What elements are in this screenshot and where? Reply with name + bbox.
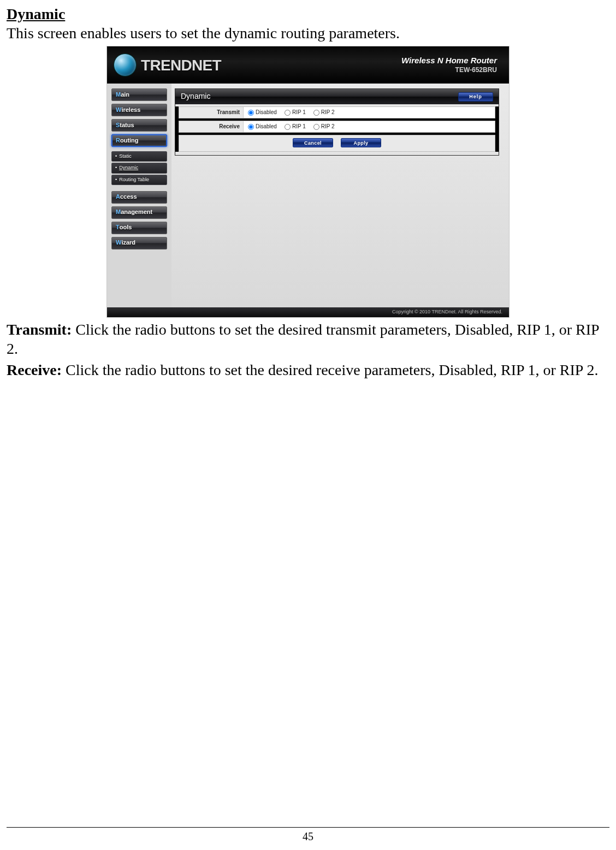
receive-rip2[interactable]: RIP 2 — [313, 123, 335, 130]
page-number: 45 — [7, 830, 609, 843]
ui-header: TRENDNET Wireless N Home Router TEW-652B… — [107, 46, 509, 84]
receive-rip1[interactable]: RIP 1 — [285, 123, 306, 130]
panel-body: Transmit Disabled RIP 1 RIP 2 Receive — [175, 106, 499, 152]
nav-routing[interactable]: Routing — [111, 134, 167, 147]
panel-dynamic: Dynamic Help Transmit Disabled RIP 1 RIP… — [175, 88, 499, 156]
router-identity: Wireless N Home Router TEW-652BRU — [401, 56, 497, 74]
cancel-button[interactable]: Cancel — [293, 138, 333, 147]
action-row: Cancel Apply — [179, 135, 495, 152]
transmit-term: Transmit: — [7, 321, 72, 338]
nav-wireless[interactable]: Wireless — [111, 104, 167, 116]
panel-title: Dynamic — [181, 92, 210, 102]
nav-status[interactable]: Status — [111, 119, 167, 132]
nav-wizard[interactable]: Wizard — [111, 237, 167, 249]
nav-main[interactable]: MMain/*placeholder*/ain — [111, 88, 167, 101]
help-button[interactable]: Help — [458, 92, 493, 102]
transmit-disabled[interactable]: Disabled — [248, 109, 277, 116]
brand-logo: TRENDNET — [114, 54, 221, 76]
logo-icon — [114, 54, 137, 76]
router-model: TEW-652BRU — [401, 66, 497, 74]
ui-footer: Copyright © 2010 TRENDnet. All Rights Re… — [107, 307, 509, 317]
router-ui: TRENDNET Wireless N Home Router TEW-652B… — [106, 46, 510, 318]
content-area: Dynamic Help Transmit Disabled RIP 1 RIP… — [171, 84, 509, 310]
screenshot-container: TRENDNET Wireless N Home Router TEW-652B… — [7, 46, 609, 318]
receive-term: Receive: — [7, 361, 62, 378]
logo-text: TRENDNET — [141, 56, 221, 75]
receive-row: Receive Disabled RIP 1 RIP 2 — [179, 121, 495, 133]
nav-access[interactable]: Access — [111, 191, 167, 204]
transmit-row: Transmit Disabled RIP 1 RIP 2 — [179, 106, 495, 118]
transmit-text: Click the radio buttons to set the desir… — [7, 321, 599, 357]
subnav-static[interactable]: •Static — [111, 151, 167, 162]
subnav-dynamic[interactable]: •Dynamic — [111, 163, 167, 173]
nav-management[interactable]: Management — [111, 206, 167, 219]
transmit-options: Disabled RIP 1 RIP 2 — [244, 109, 491, 116]
receive-options: Disabled RIP 1 RIP 2 — [244, 123, 491, 130]
section-intro: This screen enables users to set the dyn… — [7, 23, 609, 43]
subnav-routing-table[interactable]: •Routing Table — [111, 175, 167, 185]
router-title: Wireless N Home Router — [401, 56, 497, 66]
nav-tools[interactable]: Tools — [111, 222, 167, 234]
sidebar: MMain/*placeholder*/ain Wireless Status … — [107, 84, 171, 310]
receive-label: Receive — [179, 121, 244, 132]
desc-transmit: Transmit: Click the radio buttons to set… — [7, 320, 609, 358]
page-divider — [7, 827, 609, 828]
section-heading: Dynamic — [7, 4, 609, 23]
apply-button[interactable]: Apply — [341, 138, 381, 147]
transmit-label: Transmit — [179, 107, 244, 118]
transmit-rip2[interactable]: RIP 2 — [313, 109, 335, 116]
nav-routing-submenu: •Static •Dynamic •Routing Table — [111, 150, 167, 188]
receive-text: Click the radio buttons to set the desir… — [62, 361, 598, 378]
receive-disabled[interactable]: Disabled — [248, 123, 277, 130]
desc-receive: Receive: Click the radio buttons to set … — [7, 360, 609, 379]
transmit-rip1[interactable]: RIP 1 — [285, 109, 306, 116]
panel-title-bar: Dynamic Help — [175, 89, 499, 104]
